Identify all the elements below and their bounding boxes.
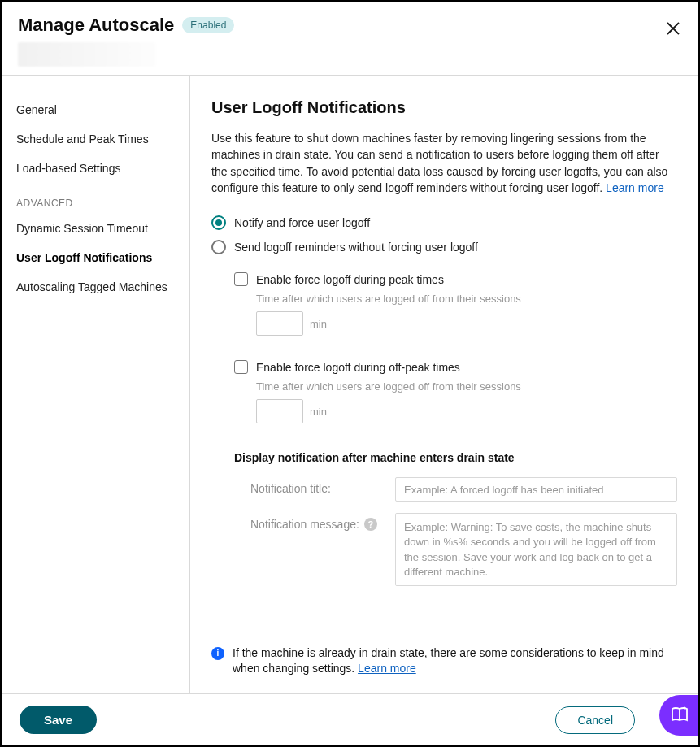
sidebar-item-load[interactable]: Load-based Settings (2, 154, 189, 183)
checkbox-icon (234, 272, 248, 286)
status-badge: Enabled (182, 17, 234, 33)
dialog-title: Manage Autoscale (18, 15, 174, 36)
save-button[interactable]: Save (20, 706, 97, 734)
sidebar-item-dynamic-timeout[interactable]: Dynamic Session Timeout (2, 214, 189, 243)
sidebar-item-general[interactable]: General (2, 95, 189, 124)
offpeak-block: Enable force logoff during off-peak time… (234, 360, 677, 423)
close-icon[interactable] (666, 21, 680, 36)
help-fab[interactable] (659, 695, 700, 736)
radio-icon (211, 240, 226, 254)
peak-hint: Time after which users are logged off fr… (256, 293, 677, 305)
peak-time-row: min (256, 311, 677, 336)
main-content: User Logoff Notifications Use this featu… (190, 76, 698, 693)
radio-label: Notify and force user logoff (234, 216, 370, 229)
notification-message-textarea[interactable] (395, 513, 677, 586)
dialog-body: General Schedule and Peak Times Load-bas… (2, 76, 698, 693)
radio-label: Send logoff reminders without forcing us… (234, 241, 478, 254)
info-learn-more-link[interactable]: Learn more (358, 662, 416, 675)
checkbox-label: Enable force logoff during off-peak time… (256, 361, 460, 374)
drain-notification-heading: Display notification after machine enter… (234, 451, 677, 464)
peak-time-unit: min (310, 318, 327, 330)
notification-title-label: Notification title: (250, 477, 380, 495)
svg-point-3 (684, 706, 686, 709)
learn-more-link[interactable]: Learn more (606, 181, 664, 194)
checkbox-force-logoff-offpeak[interactable]: Enable force logoff during off-peak time… (234, 360, 677, 374)
page-title: User Logoff Notifications (211, 98, 677, 117)
page-description-text: Use this feature to shut down machines f… (211, 132, 667, 194)
offpeak-time-input[interactable] (256, 399, 303, 423)
offpeak-time-unit: min (310, 406, 327, 418)
radio-notify-and-force[interactable]: Notify and force user logoff (211, 215, 677, 230)
sidebar-section-advanced: ADVANCED (2, 183, 189, 214)
peak-block: Enable force logoff during peak times Ti… (234, 272, 677, 336)
sidebar: General Schedule and Peak Times Load-bas… (2, 76, 190, 693)
help-icon[interactable]: ? (364, 518, 377, 531)
page-description: Use this feature to shut down machines f… (211, 130, 677, 196)
checkbox-label: Enable force logoff during peak times (256, 273, 444, 286)
notification-message-label: Notification message: ? (250, 513, 380, 531)
info-note: i If the machine is already in drain sta… (211, 629, 677, 677)
offpeak-time-row: min (256, 399, 677, 423)
info-text-wrap: If the machine is already in drain state… (233, 645, 677, 677)
sidebar-item-tagged-machines[interactable]: Autoscaling Tagged Machines (2, 272, 189, 302)
peak-time-input[interactable] (256, 311, 303, 336)
radio-icon (211, 215, 226, 230)
checkbox-force-logoff-peak[interactable]: Enable force logoff during peak times (234, 272, 677, 286)
dialog-header: Manage Autoscale Enabled (2, 2, 698, 76)
header-block: Manage Autoscale Enabled (18, 15, 234, 67)
notification-title-input[interactable] (395, 477, 677, 502)
sidebar-item-schedule[interactable]: Schedule and Peak Times (2, 124, 189, 154)
cancel-button[interactable]: Cancel (555, 706, 635, 734)
notification-title-row: Notification title: (250, 477, 677, 502)
checkbox-icon (234, 360, 248, 374)
title-row: Manage Autoscale Enabled (18, 15, 234, 36)
info-icon: i (211, 647, 224, 660)
notification-message-label-text: Notification message: (250, 518, 359, 531)
notification-message-row: Notification message: ? (250, 513, 677, 586)
dialog-footer: Save Cancel (2, 693, 698, 745)
book-icon (670, 705, 689, 727)
offpeak-hint: Time after which users are logged off fr… (256, 380, 677, 393)
radio-reminders-only[interactable]: Send logoff reminders without forcing us… (211, 240, 677, 254)
sidebar-item-logoff-notifications[interactable]: User Logoff Notifications (2, 243, 189, 272)
subtitle-redacted (18, 42, 156, 67)
info-text: If the machine is already in drain state… (233, 646, 664, 675)
